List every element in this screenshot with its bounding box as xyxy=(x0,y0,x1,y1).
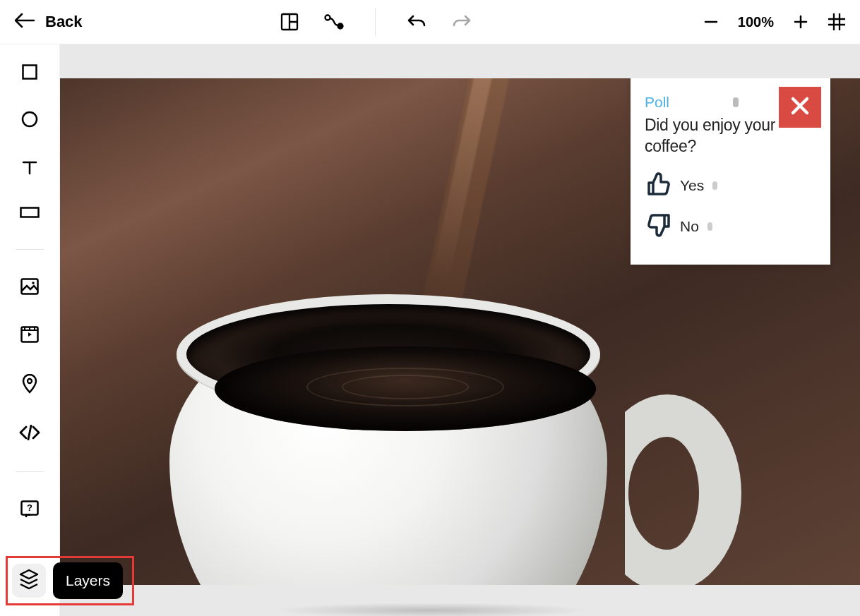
back-label: Back xyxy=(45,13,83,31)
svg-point-1 xyxy=(325,16,330,20)
poll-option-yes-label: Yes xyxy=(680,177,704,194)
back-button[interactable]: Back xyxy=(14,13,83,31)
canvas-area[interactable]: Poll Did you enjoy your coffee? Yes No xyxy=(60,44,860,616)
undo-icon[interactable] xyxy=(407,13,426,30)
rectangle-tool-icon[interactable] xyxy=(22,64,37,80)
sidebar-separator xyxy=(16,249,44,250)
button-tool-icon[interactable] xyxy=(20,207,40,218)
redo-icon[interactable] xyxy=(452,13,472,30)
drag-handle-icon[interactable] xyxy=(733,97,739,107)
zoom-out-icon[interactable] xyxy=(704,15,718,29)
layers-icon xyxy=(18,569,40,593)
tool-sidebar: ? xyxy=(0,44,60,616)
svg-rect-3 xyxy=(23,66,37,79)
poll-option-no[interactable]: No xyxy=(645,211,816,242)
poll-option-yes[interactable]: Yes xyxy=(645,170,816,201)
poll-option-no-label: No xyxy=(680,218,699,235)
svg-text:?: ? xyxy=(27,502,32,513)
canvas-shadow xyxy=(272,603,590,616)
design-canvas[interactable]: Poll Did you enjoy your coffee? Yes No xyxy=(60,78,860,585)
layers-tooltip: Layers xyxy=(53,562,123,599)
help-tool-icon[interactable]: ? xyxy=(20,500,39,519)
zoom-level[interactable]: 100% xyxy=(738,14,774,30)
text-tool-icon[interactable] xyxy=(21,159,38,176)
path-tool-icon[interactable] xyxy=(324,13,344,30)
poll-widget[interactable]: Poll Did you enjoy your coffee? Yes No xyxy=(631,78,830,265)
layers-button[interactable] xyxy=(12,564,46,598)
drag-handle-icon[interactable] xyxy=(712,181,717,190)
arrow-left-icon xyxy=(14,13,35,31)
thumbs-down-icon xyxy=(645,211,673,242)
svg-point-2 xyxy=(338,24,342,29)
close-icon xyxy=(789,95,811,119)
thumbs-up-icon xyxy=(645,170,673,201)
toolbar-divider xyxy=(375,8,376,36)
image-tool-icon[interactable] xyxy=(20,278,39,295)
sidebar-separator xyxy=(16,471,44,472)
video-tool-icon[interactable] xyxy=(20,326,39,343)
code-tool-icon[interactable] xyxy=(19,425,40,440)
close-button[interactable] xyxy=(779,87,821,128)
grid-icon[interactable] xyxy=(828,13,846,31)
pin-tool-icon[interactable] xyxy=(22,374,37,394)
svg-point-4 xyxy=(23,112,37,126)
svg-point-7 xyxy=(32,282,35,284)
zoom-in-icon[interactable] xyxy=(794,15,808,29)
svg-point-9 xyxy=(28,379,32,383)
circle-tool-icon[interactable] xyxy=(21,111,38,128)
layers-callout: Layers xyxy=(6,556,134,605)
poll-title: Poll xyxy=(645,94,669,111)
layout-panel-icon[interactable] xyxy=(280,13,299,31)
drag-handle-icon[interactable] xyxy=(707,222,712,231)
top-toolbar: Back 100% xyxy=(0,0,860,44)
svg-rect-5 xyxy=(21,208,39,217)
